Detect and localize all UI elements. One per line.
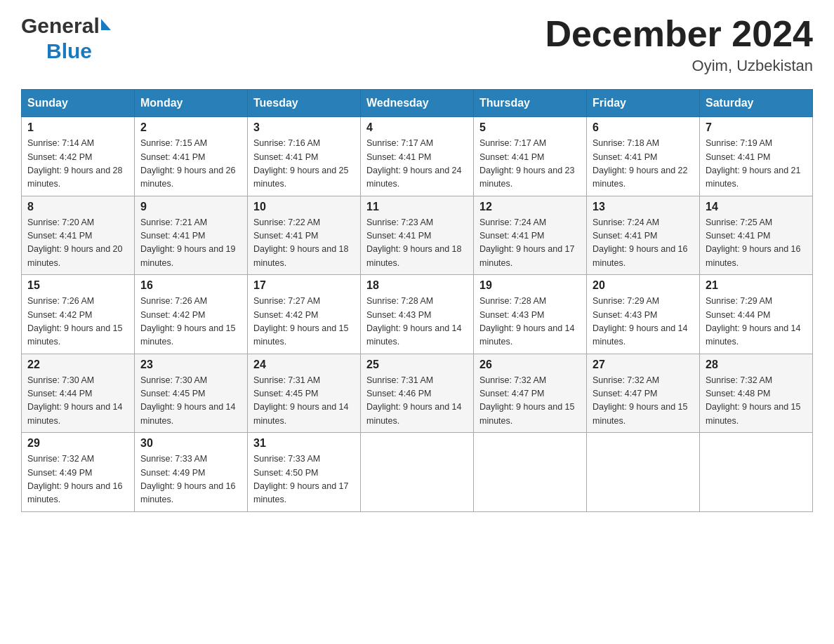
calendar-cell: 13Sunrise: 7:24 AMSunset: 4:41 PMDayligh… [587,196,700,275]
calendar-cell: 20Sunrise: 7:29 AMSunset: 4:43 PMDayligh… [587,275,700,354]
day-number: 9 [140,201,241,213]
day-number: 4 [366,121,468,134]
day-info: Sunrise: 7:30 AMSunset: 4:44 PMDaylight:… [27,374,128,429]
day-info: Sunrise: 7:33 AMSunset: 4:50 PMDaylight:… [253,452,355,507]
day-number: 8 [27,201,128,213]
calendar-cell [474,433,587,512]
day-number: 18 [366,279,468,292]
day-info: Sunrise: 7:31 AMSunset: 4:45 PMDaylight:… [253,374,355,429]
weekday-header-monday: Monday [135,90,248,117]
location-label: Oyim, Uzbekistan [545,57,813,75]
day-info: Sunrise: 7:20 AMSunset: 4:41 PMDaylight:… [27,216,128,271]
day-number: 27 [593,358,694,371]
title-area: December 2024 Oyim, Uzbekistan [545,14,813,75]
calendar-cell: 12Sunrise: 7:24 AMSunset: 4:41 PMDayligh… [474,196,587,275]
day-number: 7 [706,121,807,134]
day-number: 3 [253,121,355,134]
calendar-cell [587,433,700,512]
day-info: Sunrise: 7:27 AMSunset: 4:42 PMDaylight:… [253,295,355,349]
calendar-cell: 2Sunrise: 7:15 AMSunset: 4:41 PMDaylight… [135,117,248,196]
calendar-cell: 1Sunrise: 7:14 AMSunset: 4:42 PMDaylight… [22,117,135,196]
day-info: Sunrise: 7:31 AMSunset: 4:46 PMDaylight:… [366,374,468,429]
calendar-cell: 11Sunrise: 7:23 AMSunset: 4:41 PMDayligh… [361,196,474,275]
day-number: 21 [706,279,807,292]
day-number: 23 [140,358,241,371]
day-number: 22 [27,358,128,371]
calendar-week-row: 22Sunrise: 7:30 AMSunset: 4:44 PMDayligh… [22,354,813,433]
day-number: 2 [140,121,241,134]
day-number: 6 [593,121,694,134]
calendar-cell: 9Sunrise: 7:21 AMSunset: 4:41 PMDaylight… [135,196,248,275]
calendar-cell: 5Sunrise: 7:17 AMSunset: 4:41 PMDaylight… [474,117,587,196]
logo-general-text: General [21,14,100,38]
calendar-week-row: 15Sunrise: 7:26 AMSunset: 4:42 PMDayligh… [22,275,813,354]
calendar-cell: 8Sunrise: 7:20 AMSunset: 4:41 PMDaylight… [22,196,135,275]
day-number: 20 [593,279,694,292]
day-info: Sunrise: 7:32 AMSunset: 4:48 PMDaylight:… [706,374,807,429]
calendar-week-row: 1Sunrise: 7:14 AMSunset: 4:42 PMDaylight… [22,117,813,196]
day-info: Sunrise: 7:32 AMSunset: 4:47 PMDaylight:… [479,374,581,429]
calendar-week-row: 8Sunrise: 7:20 AMSunset: 4:41 PMDaylight… [22,196,813,275]
day-info: Sunrise: 7:16 AMSunset: 4:41 PMDaylight:… [253,137,355,192]
weekday-header-saturday: Saturday [700,90,813,117]
day-info: Sunrise: 7:33 AMSunset: 4:49 PMDaylight:… [140,452,241,507]
day-number: 19 [479,279,581,292]
day-info: Sunrise: 7:26 AMSunset: 4:42 PMDaylight:… [140,295,241,349]
day-info: Sunrise: 7:19 AMSunset: 4:41 PMDaylight:… [706,137,807,192]
day-number: 31 [253,437,355,450]
day-info: Sunrise: 7:17 AMSunset: 4:41 PMDaylight:… [366,137,468,192]
day-info: Sunrise: 7:28 AMSunset: 4:43 PMDaylight:… [366,295,468,349]
day-number: 1 [27,121,128,134]
day-info: Sunrise: 7:30 AMSunset: 4:45 PMDaylight:… [140,374,241,429]
day-number: 12 [479,201,581,213]
calendar-cell: 14Sunrise: 7:25 AMSunset: 4:41 PMDayligh… [700,196,813,275]
logo-blue-text: Blue [21,39,92,63]
calendar-cell: 16Sunrise: 7:26 AMSunset: 4:42 PMDayligh… [135,275,248,354]
calendar-cell: 30Sunrise: 7:33 AMSunset: 4:49 PMDayligh… [135,433,248,512]
calendar-cell: 10Sunrise: 7:22 AMSunset: 4:41 PMDayligh… [248,196,361,275]
day-number: 10 [253,201,355,213]
day-info: Sunrise: 7:32 AMSunset: 4:49 PMDaylight:… [27,452,128,507]
calendar-table: SundayMondayTuesdayWednesdayThursdayFrid… [21,89,813,512]
calendar-cell: 17Sunrise: 7:27 AMSunset: 4:42 PMDayligh… [248,275,361,354]
day-number: 30 [140,437,241,450]
weekday-header-row: SundayMondayTuesdayWednesdayThursdayFrid… [22,90,813,117]
page-header: General Blue December 2024 Oyim, Uzbekis… [21,14,813,75]
calendar-cell: 19Sunrise: 7:28 AMSunset: 4:43 PMDayligh… [474,275,587,354]
calendar-cell: 4Sunrise: 7:17 AMSunset: 4:41 PMDaylight… [361,117,474,196]
day-info: Sunrise: 7:29 AMSunset: 4:43 PMDaylight:… [593,295,694,349]
calendar-week-row: 29Sunrise: 7:32 AMSunset: 4:49 PMDayligh… [22,433,813,512]
weekday-header-wednesday: Wednesday [361,90,474,117]
day-number: 16 [140,279,241,292]
day-number: 15 [27,279,128,292]
logo: General Blue [21,14,111,63]
calendar-cell: 24Sunrise: 7:31 AMSunset: 4:45 PMDayligh… [248,354,361,433]
day-info: Sunrise: 7:14 AMSunset: 4:42 PMDaylight:… [27,137,128,192]
weekday-header-thursday: Thursday [474,90,587,117]
weekday-header-friday: Friday [587,90,700,117]
day-info: Sunrise: 7:26 AMSunset: 4:42 PMDaylight:… [27,295,128,349]
calendar-cell: 27Sunrise: 7:32 AMSunset: 4:47 PMDayligh… [587,354,700,433]
calendar-cell: 28Sunrise: 7:32 AMSunset: 4:48 PMDayligh… [700,354,813,433]
day-number: 26 [479,358,581,371]
day-info: Sunrise: 7:17 AMSunset: 4:41 PMDaylight:… [479,137,581,192]
day-info: Sunrise: 7:24 AMSunset: 4:41 PMDaylight:… [593,216,694,271]
calendar-cell [361,433,474,512]
month-title: December 2024 [545,14,813,54]
day-info: Sunrise: 7:23 AMSunset: 4:41 PMDaylight:… [366,216,468,271]
day-info: Sunrise: 7:18 AMSunset: 4:41 PMDaylight:… [593,137,694,192]
calendar-cell: 6Sunrise: 7:18 AMSunset: 4:41 PMDaylight… [587,117,700,196]
calendar-cell: 22Sunrise: 7:30 AMSunset: 4:44 PMDayligh… [22,354,135,433]
calendar-cell: 18Sunrise: 7:28 AMSunset: 4:43 PMDayligh… [361,275,474,354]
calendar-cell: 26Sunrise: 7:32 AMSunset: 4:47 PMDayligh… [474,354,587,433]
day-info: Sunrise: 7:24 AMSunset: 4:41 PMDaylight:… [479,216,581,271]
day-number: 29 [27,437,128,450]
day-info: Sunrise: 7:25 AMSunset: 4:41 PMDaylight:… [706,216,807,271]
day-number: 5 [479,121,581,134]
calendar-cell: 29Sunrise: 7:32 AMSunset: 4:49 PMDayligh… [22,433,135,512]
calendar-cell: 23Sunrise: 7:30 AMSunset: 4:45 PMDayligh… [135,354,248,433]
day-info: Sunrise: 7:28 AMSunset: 4:43 PMDaylight:… [479,295,581,349]
day-info: Sunrise: 7:29 AMSunset: 4:44 PMDaylight:… [706,295,807,349]
day-info: Sunrise: 7:22 AMSunset: 4:41 PMDaylight:… [253,216,355,271]
day-info: Sunrise: 7:32 AMSunset: 4:47 PMDaylight:… [593,374,694,429]
